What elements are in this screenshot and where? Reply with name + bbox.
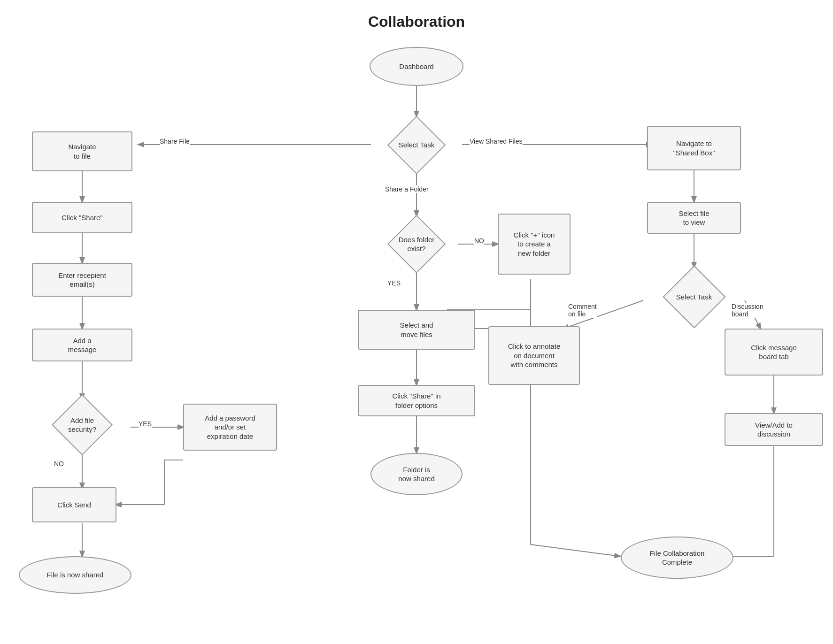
node-navigate-shared-box: Navigate to"Shared Box" [647,126,741,170]
node-select-task: Select Task [358,116,475,174]
node-create-folder: Click "+" iconto create anew folder [498,214,571,275]
node-click-send: Click Send [32,487,116,522]
diagram-container: Collaboration [0,0,833,644]
edge-label-view-shared: View Shared Files [470,138,523,145]
node-navigate-to-file: Navigateto file [32,131,132,171]
node-enter-email: Enter recepientemail(s) [32,263,132,297]
node-folder-shared: Folder isnow shared [370,453,463,495]
edge-label-yes-folder: YES [387,279,401,287]
page-title: Collaboration [0,13,833,31]
node-file-shared: File is now shared [19,556,131,594]
node-click-share: Click "Share" [32,202,132,233]
edge-label-yes-security: YES [139,420,152,428]
edge-label-no-folder: NO [474,237,484,245]
svg-line-27 [531,544,620,556]
edge-label-discussion-board: Discussionboard [732,303,764,318]
node-view-discussion: View/Add todiscussion [725,413,823,446]
edge-label-share-file: Share File [160,138,190,145]
edge-label-comment-file: Commenton file [568,303,597,318]
node-does-folder-exist: Does folderexist? [358,215,475,273]
node-click-share-folder: Click "Share" infolder options [358,385,475,416]
node-add-message: Add amessage [32,329,132,361]
node-select-task2: Select Task [638,265,750,329]
node-add-security: Add filesecurity? [27,394,137,455]
node-click-annotate: Click to annotateon documentwith comment… [488,326,580,385]
node-click-message-board: Click messageboard tab [725,329,823,376]
node-file-collab-complete: File CollaborationComplete [621,537,733,579]
edge-label-no-security: NO [54,460,64,468]
edge-label-share-folder: Share a Folder [385,185,429,193]
node-dashboard: Dashboard [370,47,463,86]
node-select-move: Select andmove files [358,310,475,350]
node-select-file-view: Select fileto view [647,202,741,234]
node-add-password: Add a passwordand/or setexpiration date [183,404,277,451]
